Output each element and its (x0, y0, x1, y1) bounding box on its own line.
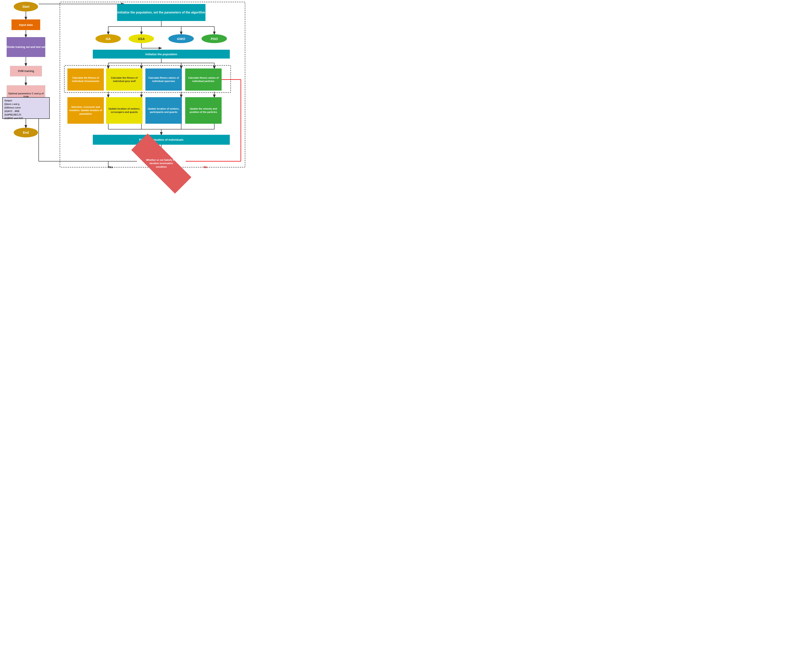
flowchart: Start Input data Divide training set and… (0, 0, 265, 212)
init-pop-top-node: Initialize the population, set the param… (117, 4, 205, 21)
update-pso-node: Update the velocity and position of the … (185, 97, 222, 124)
update-ga-node: Selection, crossover and mutation. Updat… (67, 97, 104, 124)
input-data-node: Input data (12, 19, 40, 30)
gwo-label: GWO (177, 37, 185, 41)
calc-ga-node: Calculate the fitness of individual chro… (67, 68, 104, 90)
input-data-label: Input data (19, 23, 33, 27)
calc-pso-label: Calculate fitness values of individual p… (186, 76, 221, 83)
end-label: End (23, 131, 29, 134)
svm-training-node: SVM training (10, 66, 42, 77)
start-label: Start (22, 5, 29, 9)
calc-ga-label: Calculate the fitness of individual chro… (68, 76, 103, 83)
calc-gwo-label: Calculate the fitness of individual grey… (107, 76, 142, 83)
divide-label: Divide training set and test set (7, 45, 45, 49)
ssa-node: SSA (129, 34, 154, 43)
pso-label: PSO (211, 37, 218, 41)
update-gwo-node: Update location of seekers, participants… (145, 97, 182, 124)
update-gwo-label: Update location of seekers, participants… (146, 107, 181, 114)
update-pso-label: Update the velocity and position of the … (186, 107, 221, 114)
end-node: End (14, 128, 38, 137)
output-label: Output: (i)best c and g (ii)fitness curv… (4, 99, 23, 120)
calc-pso-node: Calculate fitness values of individual p… (185, 68, 222, 90)
no-label: No (201, 165, 210, 169)
calc-gwo-node: Calculate the fitness of individual grey… (106, 68, 143, 90)
output-node: Output: (i)best c and g (ii)fitness curv… (2, 97, 50, 119)
divide-node: Divide training set and test set (7, 37, 45, 57)
update-ga-label: Selection, crossover and mutation. Updat… (68, 106, 103, 116)
calc-ssa-node: Calculate fitness values of individual s… (145, 68, 182, 90)
yes-label: Yes (104, 165, 117, 169)
init-pop-node: Initialize the population (93, 50, 230, 58)
gwo-node: GWO (168, 34, 194, 43)
update-ssa-node: Update location of seekers, scroungers a… (106, 97, 143, 124)
update-ssa-label: Update location of seekers, scroungers a… (107, 107, 142, 114)
termination-label: Whether or not Satisfy the iteration ter… (139, 159, 183, 169)
ga-label: GA (106, 37, 111, 41)
svm-training-label: SVM training (18, 70, 34, 73)
ssa-label: SSA (138, 37, 145, 41)
ga-node: GA (96, 34, 121, 43)
calc-ssa-label: Calculate fitness values of individual s… (146, 76, 181, 83)
pso-node: PSO (201, 34, 227, 43)
init-pop-label: Initialize the population (145, 53, 177, 56)
init-pop-top-label: Initialize the population, set the param… (117, 10, 205, 15)
termination-node: Whether or not Satisfy the iteration ter… (123, 151, 200, 176)
fitness-eval-node: Fitness evaluation of individuals (93, 135, 230, 145)
start-node: Start (14, 2, 38, 12)
